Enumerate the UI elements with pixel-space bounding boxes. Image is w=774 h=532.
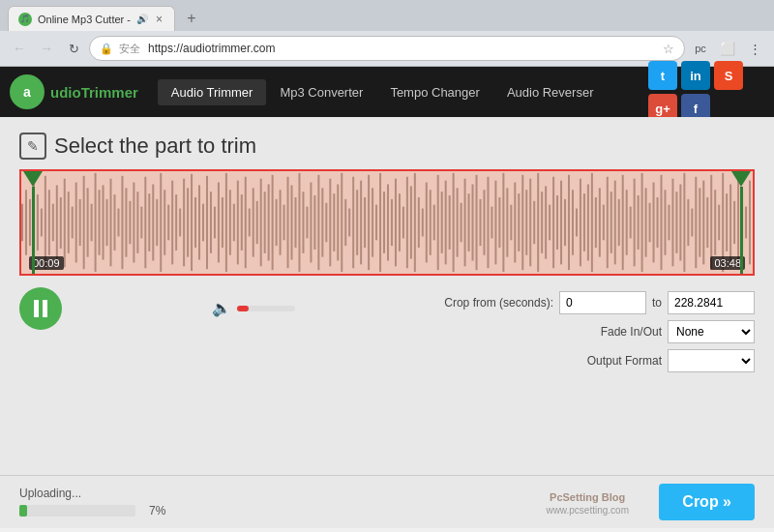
fade-label: Fade In/Out — [601, 325, 662, 339]
cast-icon[interactable]: ⬜ — [716, 37, 739, 60]
crop-to-input[interactable] — [668, 291, 755, 314]
progress-row: 7% — [19, 504, 165, 517]
crop-section: Crop » PcSetting Blog www.pcsetting.com — [659, 484, 755, 520]
right-handle-arrow — [731, 171, 751, 187]
pause-bar-1 — [34, 300, 39, 317]
pause-button[interactable] — [19, 287, 62, 330]
form-area: Crop from (seconds): to Fade In/Out None… — [444, 291, 755, 372]
tab-audio-icon: 🔊 — [136, 14, 148, 24]
pause-bar-2 — [43, 300, 47, 317]
nav-link-reverser[interactable]: Audio Reverser — [493, 79, 608, 105]
main-content: ✎ Select the part to trim — [0, 117, 774, 475]
section-title-row: ✎ Select the part to trim — [19, 133, 755, 160]
address-bar[interactable]: 🔒 安全 https://audiotrimmer.com ☆ — [89, 36, 685, 61]
linkedin-btn[interactable]: in — [681, 61, 710, 90]
bottom-bar: Uploading... 7% Crop » PcSetting Blog ww… — [0, 475, 774, 528]
site-nav: a udioTrimmer Audio Trimmer Mp3 Converte… — [0, 67, 774, 117]
output-select[interactable]: mp3 wav — [668, 349, 755, 372]
forward-button[interactable]: → — [35, 37, 58, 60]
tab-bar: 🎵 Online Mp3 Cutter - 🔊 × + — [0, 0, 774, 31]
left-handle-arrow — [23, 171, 43, 187]
social-icons: t in S g+ f — [648, 61, 764, 123]
progress-fill — [19, 505, 27, 517]
volume-fill — [237, 306, 249, 311]
left-controls — [19, 287, 62, 330]
crop-from-input[interactable] — [559, 291, 646, 314]
output-label: Output Format — [587, 354, 662, 368]
to-label: to — [652, 296, 662, 310]
controls-form-row: 🔈 Crop from (seconds): to Fade In/Out No… — [19, 287, 755, 372]
logo-circle: a — [10, 74, 45, 109]
security-label: 安全 — [119, 42, 140, 56]
bookmark-icon[interactable]: ☆ — [663, 42, 674, 56]
right-handle[interactable] — [731, 171, 751, 274]
volume-slider[interactable] — [237, 306, 295, 311]
user-button[interactable]: pc — [689, 37, 712, 60]
new-tab-button[interactable]: + — [179, 6, 204, 31]
playback-row — [19, 287, 62, 330]
browser-chrome: 🎵 Online Mp3 Cutter - 🔊 × + ← → ↻ 🔒 安全 h… — [0, 0, 774, 67]
logo-letter: a — [23, 84, 31, 100]
left-handle-line — [32, 187, 35, 274]
watermark-line2: www.pcsetting.com — [546, 504, 629, 517]
progress-percent: 7% — [149, 504, 165, 517]
output-row: Output Format mp3 wav — [587, 349, 755, 372]
nav-link-tempo[interactable]: Tempo Changer — [376, 79, 493, 105]
section-title: Select the part to trim — [54, 133, 256, 159]
nav-link-converter[interactable]: Mp3 Converter — [266, 79, 376, 105]
stumble-btn[interactable]: S — [714, 61, 743, 90]
upload-section: Uploading... 7% — [19, 487, 165, 517]
waveform-selection — [21, 171, 753, 274]
refresh-button[interactable]: ↻ — [62, 37, 85, 60]
fade-select[interactable]: None Fade In Fade Out Both — [668, 320, 755, 343]
tab-title: Online Mp3 Cutter - — [38, 14, 131, 25]
tab-close-btn[interactable]: × — [154, 13, 164, 26]
watermark-line1: PcSetting Blog — [546, 490, 629, 504]
menu-button[interactable]: ⋮ — [743, 37, 766, 60]
nav-links: Audio Trimmer Mp3 Converter Tempo Change… — [158, 79, 648, 105]
address-text: https://audiotrimmer.com — [148, 42, 657, 55]
twitter-btn[interactable]: t — [648, 61, 677, 90]
edit-icon: ✎ — [19, 133, 46, 160]
tab-favicon: 🎵 — [18, 13, 32, 26]
nav-right-icons: pc ⬜ ⋮ — [689, 37, 766, 60]
volume-controls: 🔈 — [212, 299, 295, 317]
pause-icon — [34, 300, 47, 317]
nav-link-trimmer[interactable]: Audio Trimmer — [158, 79, 267, 105]
uploading-text: Uploading... — [19, 487, 165, 500]
volume-icon: 🔈 — [212, 299, 231, 317]
waveform-container[interactable]: 00:09 03:48 — [19, 169, 755, 276]
crop-range-row: Crop from (seconds): to — [444, 291, 755, 314]
left-handle[interactable] — [23, 171, 43, 274]
watermark: PcSetting Blog www.pcsetting.com — [546, 490, 629, 517]
crop-button[interactable]: Crop » — [659, 484, 755, 520]
fade-row: Fade In/Out None Fade In Fade Out Both — [601, 320, 755, 343]
right-handle-line — [740, 187, 743, 274]
active-tab[interactable]: 🎵 Online Mp3 Cutter - 🔊 × — [8, 6, 175, 31]
logo-text: udioTrimmer — [50, 84, 138, 101]
progress-bar — [19, 505, 135, 517]
security-icon: 🔒 — [100, 43, 113, 55]
back-button[interactable]: ← — [8, 37, 31, 60]
crop-from-label: Crop from (seconds): — [444, 296, 553, 310]
